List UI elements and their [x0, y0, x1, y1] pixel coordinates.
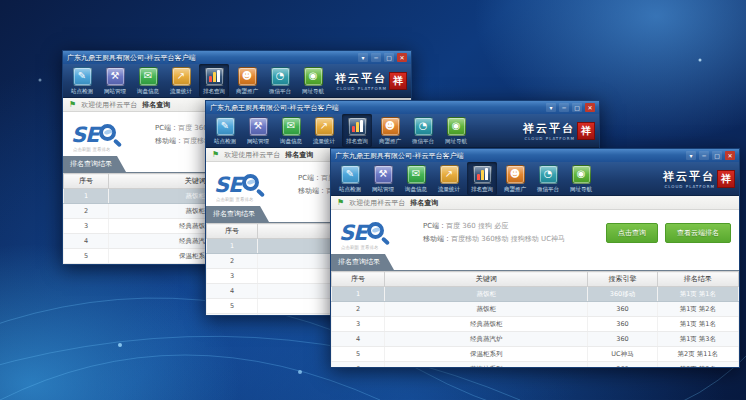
table-cell: 5: [64, 249, 109, 264]
skin-button[interactable]: ▾: [358, 53, 368, 62]
breadcrumb-page: 排名查询: [285, 150, 313, 160]
site-manage-icon: ⚒: [374, 165, 393, 184]
table-cell: 第1页 第1名: [657, 317, 738, 332]
tab-rank-results[interactable]: 排名查询结果: [331, 254, 394, 270]
maximize-button[interactable]: ▢: [712, 151, 722, 160]
window-controls: ▾─▢✕: [546, 103, 595, 112]
brand-logo: 祥云平台 CLOUD PLATFORM 祥: [663, 162, 735, 195]
engine-mobile-list: 百度移动 360移动 搜狗移动 UC神马: [451, 235, 565, 243]
view-cloud-rank-button[interactable]: 查看云端排名: [665, 223, 731, 243]
table-cell: 第1页 第3名: [657, 332, 738, 347]
skin-button[interactable]: ▾: [546, 103, 556, 112]
toolbar-item-site-nav[interactable]: ◉网址导航: [298, 64, 328, 97]
tab-rank-results[interactable]: 排名查询结果: [206, 206, 269, 222]
toolbar-item-rank-query[interactable]: 排名查询: [342, 114, 372, 147]
column-header[interactable]: 序号: [332, 272, 385, 287]
app-window: 广东九鼎王厨具有限公司-祥云平台客户端 ▾─▢✕ ✎站点检测⚒网站管理✉询盘信息…: [330, 148, 740, 368]
window-title: 广东九鼎王厨具有限公司-祥云平台客户端: [67, 53, 196, 63]
toolbar-item-wechat-platform[interactable]: ◔微信平台: [408, 114, 438, 147]
toolbar-item-site-manage[interactable]: ⚒网站管理: [243, 114, 273, 147]
table-row[interactable]: 4经典蒸汽炉360第1页 第3名: [332, 332, 739, 347]
table-cell: 360移动: [588, 287, 657, 302]
toolbar-item-site-check[interactable]: ✎站点检测: [67, 64, 97, 97]
table-row[interactable]: 1蒸饭柜360移动第1页 第1名: [332, 287, 739, 302]
column-header[interactable]: 搜索引擎: [588, 272, 657, 287]
minimize-button[interactable]: ─: [699, 151, 709, 160]
close-button[interactable]: ✕: [725, 151, 735, 160]
breadcrumb: ⚑ 欢迎使用祥云平台 排名查询: [331, 196, 739, 210]
query-panel: SE 点击刷新 查看排名 PC端：百度 360 搜狗 必应 移动端：百度移动 3…: [331, 210, 739, 252]
engine-mobile-label: 移动端：: [298, 187, 326, 195]
wechat-platform-icon: ◔: [414, 117, 433, 136]
toolbar-item-label: 询盘信息: [280, 137, 302, 145]
table-cell: 2: [207, 254, 258, 269]
column-header[interactable]: 排名结果: [657, 272, 738, 287]
toolbar-item-wechat-platform[interactable]: ◔微信平台: [533, 162, 563, 195]
rank-query-icon: [348, 117, 367, 136]
window-titlebar[interactable]: 广东九鼎王厨具有限公司-祥云平台客户端 ▾─▢✕: [206, 101, 599, 114]
flag-icon: ⚑: [69, 101, 76, 109]
magnifier-icon: [99, 124, 121, 146]
query-button[interactable]: 点击查询: [606, 223, 658, 243]
toolbar-item-alliance-promo[interactable]: ☻商盟推广: [500, 162, 530, 195]
table-cell: 360: [588, 362, 657, 368]
table-row[interactable]: 2蒸饭柜360第1页 第2名: [332, 302, 739, 317]
toolbar-item-site-check[interactable]: ✎站点检测: [210, 114, 240, 147]
toolbar-item-site-manage[interactable]: ⚒网站管理: [100, 64, 130, 97]
seo-logo-letters: SE: [214, 174, 241, 196]
toolbar-item-label: 商盟推广: [236, 87, 258, 95]
toolbar-item-traffic-stats[interactable]: ↗流量统计: [309, 114, 339, 147]
toolbar-item-traffic-stats[interactable]: ↗流量统计: [434, 162, 464, 195]
window-title: 广东九鼎王厨具有限公司-祥云平台客户端: [335, 151, 464, 161]
site-check-icon: ✎: [216, 117, 235, 136]
alliance-promo-icon: ☻: [381, 117, 400, 136]
toolbar-item-label: 网站管理: [372, 185, 394, 193]
window-titlebar[interactable]: 广东九鼎王厨具有限公司-祥云平台客户端 ▾─▢✕: [331, 149, 739, 162]
toolbar-item-site-check[interactable]: ✎站点检测: [335, 162, 365, 195]
column-header[interactable]: 序号: [64, 174, 109, 189]
skin-button[interactable]: ▾: [686, 151, 696, 160]
inquiry-info-icon: ✉: [407, 165, 426, 184]
table-header-row: 序号关键词搜索引擎排名结果: [332, 272, 739, 287]
toolbar-item-inquiry-info[interactable]: ✉询盘信息: [276, 114, 306, 147]
table-row[interactable]: 5保温柜系列UC神马第2页 第11名: [332, 347, 739, 362]
column-header[interactable]: 关键词: [384, 272, 588, 287]
flag-icon: ⚑: [337, 199, 344, 207]
toolbar-item-alliance-promo[interactable]: ☻商盟推广: [232, 64, 262, 97]
toolbar-item-label: 微信平台: [537, 185, 559, 193]
tab-rank-results[interactable]: 排名查询结果: [63, 156, 126, 172]
table-row[interactable]: 6蒸汽炉系列360第2页 第3名: [332, 362, 739, 368]
flag-icon: ⚑: [212, 151, 219, 159]
toolbar-item-rank-query[interactable]: 排名查询: [467, 162, 497, 195]
column-header[interactable]: 序号: [207, 224, 258, 239]
brand-seal-icon: 祥: [578, 123, 594, 139]
toolbar-item-rank-query[interactable]: 排名查询: [199, 64, 229, 97]
close-button[interactable]: ✕: [585, 103, 595, 112]
toolbar-item-inquiry-info[interactable]: ✉询盘信息: [401, 162, 431, 195]
desktop: { "window": { "title": "广东九鼎王厨具有限公司-祥云平台…: [0, 0, 746, 400]
toolbar-item-traffic-stats[interactable]: ↗流量统计: [166, 64, 196, 97]
minimize-button[interactable]: ─: [371, 53, 381, 62]
minimize-button[interactable]: ─: [559, 103, 569, 112]
window-titlebar[interactable]: 广东九鼎王厨具有限公司-祥云平台客户端 ▾─▢✕: [63, 51, 411, 64]
tab-strip: 排名查询结果: [331, 254, 739, 271]
table-cell: 360: [588, 317, 657, 332]
toolbar-item-label: 网址导航: [570, 185, 592, 193]
brand-logo: 祥云平台 CLOUD PLATFORM 祥: [523, 114, 595, 147]
toolbar-item-wechat-platform[interactable]: ◔微信平台: [265, 64, 295, 97]
toolbar-item-alliance-promo[interactable]: ☻商盟推广: [375, 114, 405, 147]
table-cell: 第1页 第2名: [657, 302, 738, 317]
toolbar-item-site-manage[interactable]: ⚒网站管理: [368, 162, 398, 195]
table-cell: 4: [207, 284, 258, 299]
engine-pc-label: PC端：: [423, 222, 446, 230]
toolbar-item-site-nav[interactable]: ◉网址导航: [566, 162, 596, 195]
table-row[interactable]: 3经典蒸饭柜360第1页 第1名: [332, 317, 739, 332]
toolbar-item-inquiry-info[interactable]: ✉询盘信息: [133, 64, 163, 97]
maximize-button[interactable]: ▢: [572, 103, 582, 112]
window-controls: ▾─▢✕: [358, 53, 407, 62]
seo-logo-letters: SE: [71, 124, 98, 146]
close-button[interactable]: ✕: [397, 53, 407, 62]
maximize-button[interactable]: ▢: [384, 53, 394, 62]
toolbar-item-label: 站点检测: [71, 87, 93, 95]
toolbar-item-site-nav[interactable]: ◉网址导航: [441, 114, 471, 147]
